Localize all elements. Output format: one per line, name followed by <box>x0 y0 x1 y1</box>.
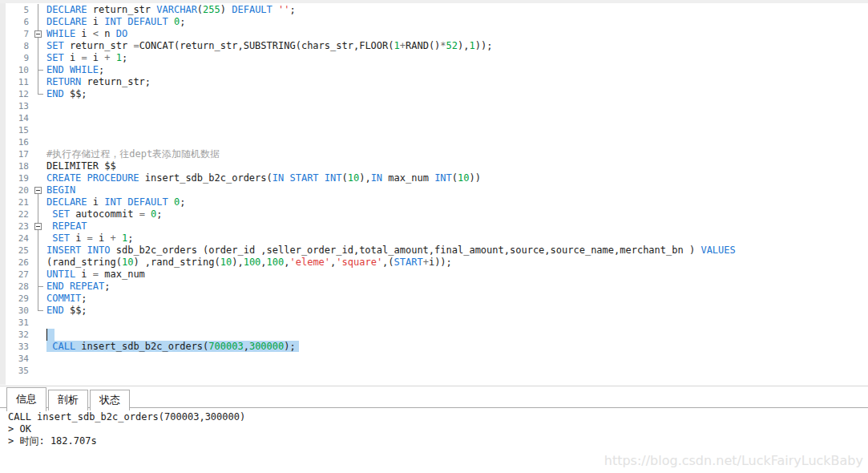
code-text: DECLARE i INT DEFAULT 0; <box>45 16 185 28</box>
code-token: n <box>99 28 116 39</box>
code-line[interactable]: 25INSERT INTO sdb_b2c_orders (order_id ,… <box>6 245 868 257</box>
code-token: = <box>133 40 139 51</box>
code-token: return_str; <box>81 76 151 87</box>
code-line[interactable]: 14 <box>6 112 868 124</box>
code-line[interactable]: 18DELIMITER $$ <box>6 160 868 172</box>
fold-margin[interactable] <box>32 184 45 196</box>
code-token: 10 <box>122 257 133 268</box>
code-token: ( <box>342 172 348 184</box>
fold-connector <box>38 257 38 269</box>
fold-margin <box>32 293 45 305</box>
panel-divider <box>0 386 868 386</box>
code-token: 300000 <box>249 341 284 352</box>
code-token: 'square' <box>336 257 382 268</box>
code-line[interactable]: 33 CALL insert_sdb_b2c_orders(700003,300… <box>6 341 868 353</box>
line-number: 11 <box>6 76 32 88</box>
code-token: REPEAT <box>52 220 87 232</box>
code-text: REPEAT <box>45 220 87 232</box>
results-tab[interactable]: 信息 <box>6 387 46 411</box>
code-text <box>45 317 46 329</box>
line-number: 28 <box>6 281 32 293</box>
fold-margin <box>32 100 45 112</box>
code-token: sdb_b2c_orders (order_id ,seller_order_i… <box>110 245 700 256</box>
code-token: DEFAULT <box>127 196 168 208</box>
code-token: END <box>46 88 64 99</box>
code-token: 100 <box>244 257 261 268</box>
code-token: 1 <box>469 40 474 51</box>
code-token: = <box>139 208 145 220</box>
code-token: insert_sdb_b2c_orders( <box>139 172 273 184</box>
code-line[interactable]: 9SET i = i + 1; <box>6 52 868 64</box>
code-token: , <box>284 257 289 268</box>
code-line[interactable]: 21DECLARE i INT DEFAULT 0; <box>6 196 868 208</box>
code-token: max_num <box>99 269 145 280</box>
code-line[interactable]: 32 <box>6 329 868 341</box>
line-number: 17 <box>6 148 32 160</box>
code-token: ,( <box>382 257 394 268</box>
fold-margin[interactable] <box>32 28 45 40</box>
fold-toggle-icon[interactable] <box>34 30 42 38</box>
fold-toggle-icon[interactable] <box>34 223 42 230</box>
code-token: return_str <box>87 4 157 15</box>
code-line[interactable]: 29COMMIT; <box>6 293 868 305</box>
code-line[interactable]: 17#执行存储过程，往dept表添加随机数据 <box>6 148 868 160</box>
code-line[interactable]: 30END $$; <box>6 305 868 317</box>
code-line[interactable]: 23 REPEAT <box>6 220 868 232</box>
code-token: ), <box>359 172 370 184</box>
fold-margin <box>32 4 45 16</box>
code-token: $$; <box>64 305 87 316</box>
code-line[interactable]: 7WHILE i < n DO <box>6 28 868 40</box>
code-token: ; <box>127 232 133 244</box>
code-token: DECLARE <box>46 16 87 27</box>
code-line[interactable]: 27UNTIL i = max_num <box>6 269 868 281</box>
code-editor[interactable]: 5DECLARE return_str VARCHAR(255) DEFAULT… <box>6 4 868 377</box>
code-line[interactable]: 15 <box>6 124 868 136</box>
code-token: ; <box>81 293 87 304</box>
code-line[interactable]: 10END WHILE; <box>6 64 868 76</box>
code-line[interactable]: 13 <box>6 100 868 112</box>
code-line[interactable]: 31 <box>6 317 868 329</box>
fold-margin <box>32 16 45 28</box>
code-line[interactable]: 5DECLARE return_str VARCHAR(255) DEFAULT… <box>6 4 868 16</box>
code-token: #执行存储过程，往dept表添加随机数据 <box>46 148 220 160</box>
code-line[interactable]: 26(rand_string(10) ,rand_string(10),100,… <box>6 257 868 269</box>
code-token: END <box>46 305 64 316</box>
code-token: ) ,rand_string( <box>133 257 220 268</box>
code-token: max_num <box>382 172 434 184</box>
line-number: 33 <box>6 341 32 353</box>
code-line[interactable]: 12END $$; <box>6 88 868 100</box>
fold-toggle-icon[interactable] <box>34 187 42 194</box>
code-token: ); <box>284 341 295 352</box>
fold-connector <box>38 286 43 287</box>
code-token <box>168 16 174 27</box>
code-token: 10 <box>458 172 469 184</box>
results-tab[interactable]: 剖析 <box>48 390 88 410</box>
code-line[interactable]: 11RETURN return_str; <box>6 76 868 88</box>
fold-margin[interactable] <box>32 220 45 232</box>
code-token: WHILE <box>46 28 75 39</box>
line-number: 18 <box>6 160 32 172</box>
code-line[interactable]: 16 <box>6 136 868 148</box>
code-line[interactable]: 6DECLARE i INT DEFAULT 0; <box>6 16 868 28</box>
code-line[interactable]: 20BEGIN <box>6 184 868 196</box>
fold-connector <box>38 94 43 95</box>
line-number: 5 <box>6 4 32 16</box>
code-token: DEFAULT <box>232 4 273 15</box>
messages-panel[interactable]: CALL insert_sdb_b2c_orders(700003,300000… <box>8 411 245 447</box>
code-line[interactable]: 24 SET i = i + 1; <box>6 232 868 245</box>
fold-margin <box>32 160 45 172</box>
code-text: DELIMITER $$ <box>45 160 116 172</box>
code-line[interactable]: 35 <box>6 365 868 377</box>
code-line[interactable]: 19CREATE PROCEDURE insert_sdb_b2c_orders… <box>6 172 868 184</box>
code-text: CALL insert_sdb_b2c_orders(700003,300000… <box>45 341 299 353</box>
results-tab[interactable]: 状态 <box>90 390 130 410</box>
code-token: DECLARE <box>46 4 87 15</box>
code-token: ; <box>122 52 127 63</box>
fold-margin <box>32 365 45 377</box>
fold-connector <box>38 293 38 305</box>
code-line[interactable]: 8SET return_str =CONCAT(return_str,SUBST… <box>6 40 868 52</box>
code-line[interactable]: 28END REPEAT; <box>6 281 868 293</box>
code-line[interactable]: 34 <box>6 353 868 365</box>
line-number: 10 <box>6 64 32 76</box>
code-line[interactable]: 22 SET autocommit = 0; <box>6 208 868 220</box>
